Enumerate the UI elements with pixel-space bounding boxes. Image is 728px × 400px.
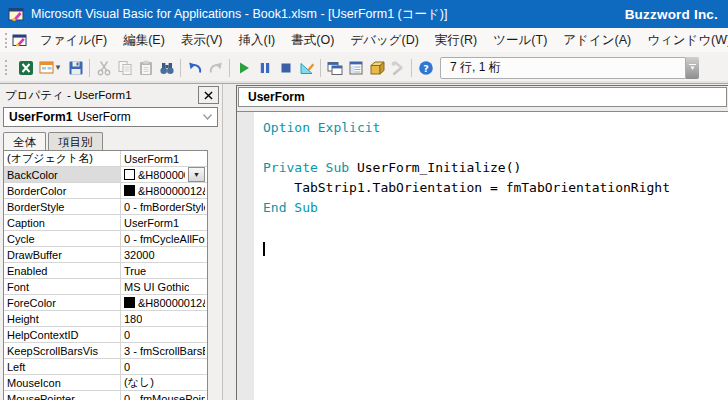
property-row-enabled[interactable]: EnabledTrue <box>4 263 207 279</box>
toolbar-separator <box>411 59 412 77</box>
menu-item-0[interactable]: ファイル(F) <box>32 29 115 52</box>
property-row-mouseicon[interactable]: MouseIcon(なし) <box>4 375 207 391</box>
property-value-text: (なし) <box>124 375 154 390</box>
property-value[interactable]: &H80000012& <box>121 297 207 309</box>
property-value-text: 0 <box>124 361 130 373</box>
design-mode-icon[interactable] <box>296 57 317 79</box>
property-value[interactable]: 0 - fmMousePoin <box>121 393 207 400</box>
project-explorer-icon[interactable] <box>324 57 345 79</box>
menu-item-9[interactable]: ウィンドウ(W) <box>639 29 728 52</box>
property-value[interactable]: True <box>121 265 207 277</box>
property-value[interactable]: 3 - fmScrollBarsB <box>121 345 207 357</box>
code-window-icon[interactable] <box>12 32 32 48</box>
property-value[interactable]: UserForm1 <box>121 153 207 165</box>
cut-icon <box>93 57 114 79</box>
property-value-text: 180 <box>124 313 142 325</box>
code-object-name: UserForm <box>248 90 305 104</box>
menu-drag-grip[interactable] <box>5 33 7 48</box>
toolbar-drag-grip[interactable] <box>5 60 10 75</box>
property-value[interactable]: &H80000012& <box>121 185 207 197</box>
property-name: BorderColor <box>4 183 121 198</box>
property-row-bordercolor[interactable]: BorderColor&H80000012& <box>4 183 207 199</box>
menu-item-5[interactable]: デバッグ(D) <box>342 29 427 52</box>
property-row-helpcontextid[interactable]: HelpContextID0 <box>4 327 207 343</box>
property-value[interactable]: 0 <box>121 361 207 373</box>
help-icon[interactable]: ? <box>415 57 436 79</box>
property-name: Height <box>4 311 121 326</box>
property-value-text: UserForm1 <box>124 217 179 229</box>
properties-tab-all[interactable]: 全体 <box>3 132 46 150</box>
code-margin-bar[interactable] <box>237 112 254 400</box>
property-row-font[interactable]: FontMS UI Gothic <box>4 279 207 295</box>
property-name: BackColor <box>4 167 121 182</box>
panel-splitter[interactable] <box>223 84 236 400</box>
text-cursor <box>263 242 265 256</box>
properties-window-icon[interactable] <box>345 57 366 79</box>
property-value[interactable]: 0 - fmCycleAllFo <box>121 233 207 245</box>
pause-icon[interactable] <box>254 57 275 79</box>
excel-icon[interactable] <box>15 57 36 79</box>
properties-tab-categorized[interactable]: 項目別 <box>48 132 103 150</box>
code-editor[interactable]: Option ExplicitPrivate Sub UserForm_Init… <box>237 111 728 400</box>
property-value-text: True <box>124 265 146 277</box>
menu-bar: ファイル(F)編集(E)表示(V)挿入(I)書式(O)デバッグ(D)実行(R)ツ… <box>0 28 728 52</box>
close-icon[interactable] <box>198 86 219 104</box>
property-row-backcolor[interactable]: BackColor&H8000000▼ <box>4 167 207 183</box>
property-row-borderstyle[interactable]: BorderStyle0 - fmBorderStyle <box>4 199 207 215</box>
property-value[interactable]: 180 <box>121 313 207 325</box>
code-line-6[interactable] <box>263 218 670 238</box>
property-name: ForeColor <box>4 295 121 310</box>
code-object-dropdown[interactable]: UserForm <box>238 87 727 107</box>
object-browser-icon[interactable] <box>366 57 387 79</box>
property-row-cycle[interactable]: Cycle0 - fmCycleAllFo <box>4 231 207 247</box>
code-line-7[interactable] <box>263 238 670 258</box>
property-name: MouseIcon <box>4 375 121 390</box>
find-icon[interactable] <box>156 57 177 79</box>
property-value[interactable]: 0 - fmBorderStyle <box>121 201 207 213</box>
property-value-text: &H80000012& <box>138 185 205 197</box>
property-row-mousepointer[interactable]: MousePointer0 - fmMousePoin <box>4 391 207 400</box>
code-text[interactable]: Option ExplicitPrivate Sub UserForm_Init… <box>254 112 670 400</box>
property-value-text: MS UI Gothic <box>124 281 189 293</box>
property-row-caption[interactable]: CaptionUserForm1 <box>4 215 207 231</box>
property-row-keepscrollbarsvis[interactable]: KeepScrollBarsVis3 - fmScrollBarsB <box>4 343 207 359</box>
menu-item-1[interactable]: 編集(E) <box>115 29 173 52</box>
property-value-text: 32000 <box>124 249 155 261</box>
property-row-height[interactable]: Height180 <box>4 311 207 327</box>
properties-panel-header: プロパティ - UserForm1 <box>0 84 222 105</box>
code-line-2[interactable] <box>263 138 670 158</box>
menu-item-8[interactable]: アドイン(A) <box>555 29 639 52</box>
menu-item-7[interactable]: ツール(T) <box>485 29 555 52</box>
redo-icon <box>205 57 226 79</box>
property-value[interactable]: 0 <box>121 329 207 341</box>
property-value[interactable]: 32000 <box>121 249 207 261</box>
code-line-1[interactable]: Option Explicit <box>263 118 670 138</box>
stop-icon[interactable] <box>275 57 296 79</box>
menu-item-3[interactable]: 挿入(I) <box>230 29 283 52</box>
menu-item-4[interactable]: 書式(O) <box>283 29 342 52</box>
value-dropdown-icon[interactable]: ▼ <box>188 167 205 182</box>
property-name: (オブジェクト名) <box>4 151 121 166</box>
property-value[interactable]: UserForm1 <box>121 217 207 229</box>
property-row-drawbuffer[interactable]: DrawBuffer32000 <box>4 247 207 263</box>
run-icon[interactable] <box>233 57 254 79</box>
property-value[interactable]: MS UI Gothic <box>121 281 207 293</box>
property-row-left[interactable]: Left0 <box>4 359 207 375</box>
code-line-3[interactable]: Private Sub UserForm_Initialize() <box>263 158 670 178</box>
menu-item-6[interactable]: 実行(R) <box>427 29 485 52</box>
undo-icon[interactable] <box>184 57 205 79</box>
code-line-5[interactable]: End Sub <box>263 198 670 218</box>
menu-item-2[interactable]: 表示(V) <box>173 29 231 52</box>
property-row-forecolor[interactable]: ForeColor&H80000012& <box>4 295 207 311</box>
view-object-icon[interactable]: ▼ <box>36 57 65 79</box>
code-text-token: TabStrip1.TabOrientation = fmTabOrientat… <box>263 180 670 195</box>
save-icon[interactable] <box>65 57 86 79</box>
toolbar-options-icon[interactable]: ▼ <box>686 57 699 79</box>
code-window: UserForm Option ExplicitPrivate Sub User… <box>236 85 728 400</box>
property-value[interactable]: &H8000000▼ <box>121 167 207 182</box>
code-line-4[interactable]: TabStrip1.TabOrientation = fmTabOrientat… <box>263 178 670 198</box>
object-selector-dropdown[interactable]: UserForm1 UserForm <box>3 107 218 127</box>
property-name: HelpContextID <box>4 327 121 342</box>
property-row-[interactable]: (オブジェクト名)UserForm1 <box>4 151 207 167</box>
property-value[interactable]: (なし) <box>121 375 207 390</box>
